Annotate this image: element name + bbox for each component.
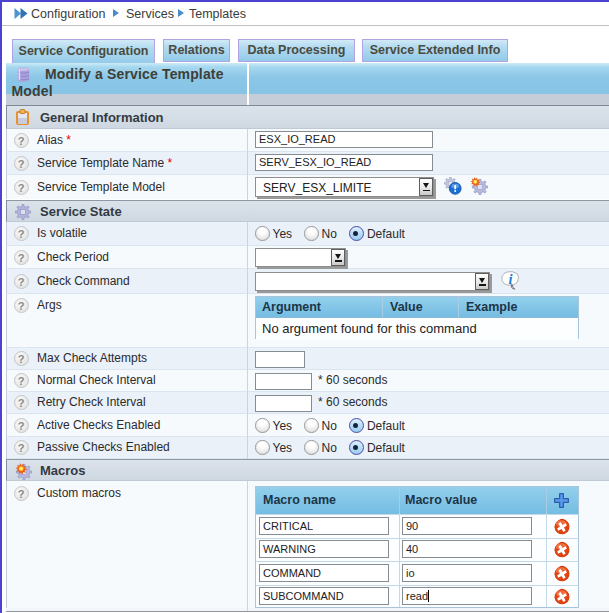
svg-text:i: i bbox=[508, 271, 512, 287]
